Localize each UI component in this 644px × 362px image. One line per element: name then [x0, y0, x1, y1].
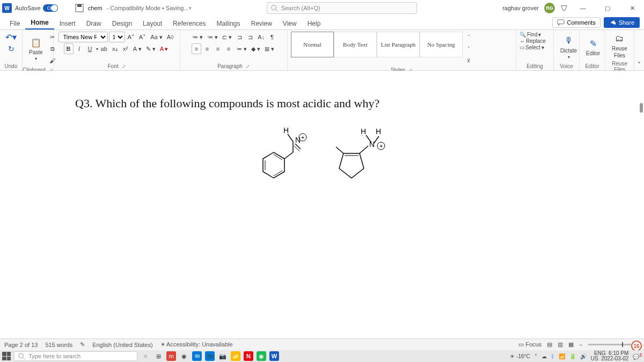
styles-scroll-down-icon[interactable]: ˅: [464, 43, 473, 54]
find-button[interactable]: 🔍 Find ▾: [519, 32, 541, 38]
font-size-select[interactable]: 12: [109, 32, 125, 42]
replace-button[interactable]: ↔ Replace: [519, 38, 546, 44]
share-button[interactable]: Share: [604, 17, 640, 28]
tab-draw[interactable]: Draw: [81, 18, 107, 29]
status-words[interactable]: 515 words: [45, 342, 72, 348]
style-normal[interactable]: Normal: [291, 32, 334, 57]
spotify-icon[interactable]: ◉: [257, 351, 266, 361]
decrease-indent-button[interactable]: ⊐: [235, 32, 244, 42]
text-effects-button[interactable]: A ▾: [131, 43, 143, 54]
clear-format-button[interactable]: A◊: [165, 32, 175, 42]
read-mode-icon[interactable]: ▤: [547, 341, 552, 348]
status-proofing-icon[interactable]: ✎: [80, 341, 85, 348]
tab-help[interactable]: Help: [302, 18, 326, 29]
gmail-icon[interactable]: m: [166, 351, 176, 361]
mail-icon[interactable]: ✉: [192, 351, 202, 361]
underline-dropdown-icon[interactable]: ▾: [96, 47, 98, 51]
tab-view[interactable]: View: [277, 18, 302, 29]
tab-design[interactable]: Design: [107, 18, 137, 29]
styles-more-icon[interactable]: ⊻: [464, 55, 473, 66]
underline-button[interactable]: U: [85, 43, 95, 54]
numbering-button[interactable]: ≔ ▾: [206, 32, 219, 42]
multilevel-button[interactable]: ⊏ ▾: [221, 32, 233, 42]
save-icon[interactable]: [75, 4, 84, 12]
sound-icon[interactable]: 🔊: [580, 353, 587, 359]
subscript-button[interactable]: x₂: [110, 43, 120, 54]
maximize-button[interactable]: ▢: [598, 2, 617, 14]
action-center-icon[interactable]: 💬3: [633, 352, 642, 360]
wifi-icon[interactable]: 📶: [559, 353, 565, 359]
tab-mailings[interactable]: Mailings: [211, 18, 245, 29]
tray-expand-icon[interactable]: ˄: [535, 353, 537, 359]
word-taskbar-icon[interactable]: W: [269, 351, 279, 361]
change-case-button[interactable]: Aa ▾: [149, 32, 164, 42]
taskview-icon[interactable]: ⊞: [153, 351, 163, 361]
undo-button[interactable]: ↶▾: [4, 32, 18, 42]
comments-button[interactable]: Comments: [552, 17, 600, 28]
notification-badge[interactable]: 16: [631, 341, 642, 351]
style-body-text[interactable]: Body Text: [334, 32, 377, 57]
zoom-slider[interactable]: [588, 344, 631, 345]
web-layout-icon[interactable]: ▦: [568, 341, 574, 348]
borders-button[interactable]: ⊞ ▾: [263, 43, 276, 54]
tab-insert[interactable]: Insert: [54, 18, 81, 29]
font-launcher-icon[interactable]: ⤢: [122, 64, 126, 69]
paste-button[interactable]: 📋 Paste ▾: [26, 35, 46, 62]
minimize-button[interactable]: ―: [573, 2, 592, 14]
bluetooth-icon[interactable]: ᛒ: [551, 353, 554, 359]
paragraph-launcher-icon[interactable]: ⤢: [246, 64, 250, 69]
show-marks-button[interactable]: ¶: [267, 32, 277, 42]
clock[interactable]: ENG 6:10 PM US 2022-03-02: [591, 351, 629, 361]
doc-dropdown-icon[interactable]: ▾: [189, 5, 192, 11]
focus-button[interactable]: ▭ Focus: [518, 341, 541, 348]
styles-scroll-up-icon[interactable]: ˄: [464, 32, 473, 42]
user-avatar[interactable]: RG: [544, 3, 555, 13]
bold-button[interactable]: B: [64, 43, 74, 54]
camera-icon[interactable]: 📷: [218, 351, 228, 361]
style-list-paragraph[interactable]: List Paragraph: [377, 32, 420, 57]
tab-review[interactable]: Review: [246, 18, 277, 29]
status-page[interactable]: Page 2 of 13: [4, 342, 38, 348]
align-center-button[interactable]: ≡: [202, 43, 212, 54]
weather-icon[interactable]: ☀ -16°C: [510, 353, 530, 359]
explorer-icon[interactable]: 📁: [231, 351, 240, 361]
search-input[interactable]: Search (Alt+Q): [267, 2, 417, 14]
reuse-files-button[interactable]: 🗂ReuseFiles: [609, 32, 631, 60]
superscript-button[interactable]: x²: [121, 43, 130, 54]
align-left-button[interactable]: ≡: [192, 43, 201, 54]
tab-file[interactable]: File: [4, 18, 25, 29]
highlight-button[interactable]: ✎ ▾: [144, 43, 157, 54]
store-icon[interactable]: 🛍: [205, 351, 215, 361]
print-layout-icon[interactable]: ▥: [558, 341, 563, 348]
increase-indent-button[interactable]: ⊐: [245, 32, 255, 42]
editor-button[interactable]: ✎Editor: [583, 36, 603, 57]
zoom-out-icon[interactable]: −: [579, 342, 582, 348]
document-area[interactable]: Q3. Which of the following compounds is …: [0, 71, 644, 338]
sort-button[interactable]: A↓: [256, 32, 266, 42]
status-accessibility[interactable]: ✶ Accessibility: Unavailable: [160, 341, 233, 348]
strike-button[interactable]: ab: [99, 43, 109, 54]
chrome-icon[interactable]: ◉: [179, 351, 189, 361]
bullets-button[interactable]: ≔ ▾: [191, 32, 204, 42]
shrink-font-button[interactable]: A˅: [137, 32, 148, 42]
battery-icon[interactable]: 🔋: [569, 353, 576, 359]
justify-button[interactable]: ≡: [224, 43, 233, 54]
tab-references[interactable]: References: [167, 18, 211, 29]
italic-button[interactable]: I: [75, 43, 84, 54]
redo-button[interactable]: ↻: [6, 43, 16, 54]
font-name-select[interactable]: Times New Roman: [58, 32, 108, 42]
cortana-icon[interactable]: ○: [141, 351, 150, 361]
present-icon[interactable]: [560, 4, 568, 12]
status-language[interactable]: English (United States): [92, 342, 153, 348]
start-button[interactable]: [2, 352, 11, 360]
close-button[interactable]: ✕: [623, 2, 642, 14]
shading-button[interactable]: ◆ ▾: [250, 43, 262, 54]
style-no-spacing[interactable]: No Spacing: [420, 32, 463, 57]
grow-font-button[interactable]: A˄: [126, 32, 136, 42]
tab-layout[interactable]: Layout: [137, 18, 167, 29]
scroll-handle[interactable]: [640, 103, 643, 113]
ribbon-collapse-icon[interactable]: ˅: [634, 60, 644, 70]
taskbar-search[interactable]: Type here to search: [14, 351, 137, 361]
align-right-button[interactable]: ≡: [213, 43, 223, 54]
onedrive-icon[interactable]: ☁: [541, 353, 547, 359]
